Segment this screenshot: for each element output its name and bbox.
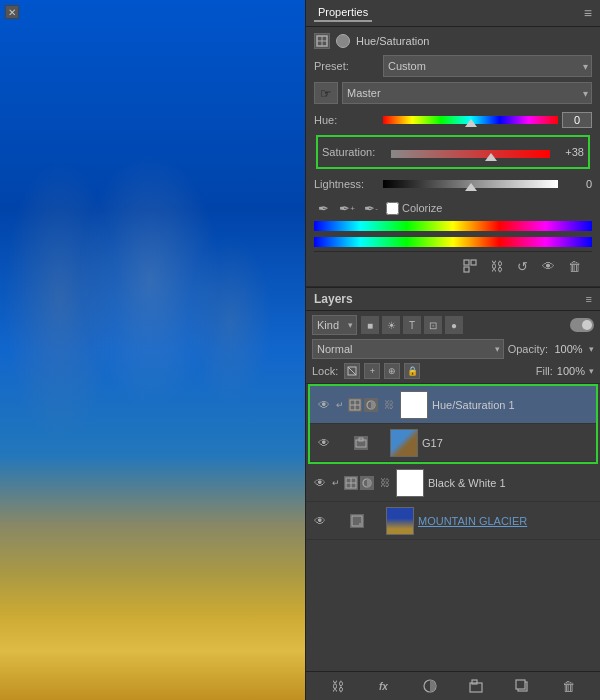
layer-arrow-hue-sat: ↵ [336, 400, 344, 410]
color-bar-bottom [314, 237, 592, 247]
svg-rect-24 [516, 680, 525, 689]
delete-layer-btn[interactable]: 🗑 [559, 676, 579, 696]
blend-mode-select[interactable]: Normal [312, 339, 504, 359]
layers-section: Layers ≡ Kind ■ ☀ T ⊡ ● [306, 287, 600, 700]
adjustment-btn[interactable] [420, 676, 440, 696]
saturation-thumb[interactable] [485, 153, 497, 161]
hue-value-input[interactable] [562, 112, 592, 128]
filter-icon-pixel[interactable]: ■ [361, 316, 379, 334]
lightness-thumb[interactable] [465, 183, 477, 191]
panel-tabs: Properties [314, 4, 372, 22]
layer-icon-adj-bw [344, 476, 358, 490]
lock-artboard-btn[interactable]: ⊕ [384, 363, 400, 379]
eye-icon-mountain[interactable]: 👁 [312, 513, 328, 529]
colorize-row: ✒ ✒+ ✒- Colorize [314, 199, 592, 217]
eyedropper-btn[interactable]: ✒ [314, 199, 332, 217]
filter-icon-text[interactable]: T [403, 316, 421, 334]
fill-arrow[interactable]: ▾ [589, 366, 594, 376]
master-select-wrapper: Master [342, 82, 592, 104]
colorize-checkbox-label[interactable]: Colorize [386, 202, 442, 215]
link-icon-btn[interactable] [460, 256, 480, 276]
lock-image-btn[interactable]: + [364, 363, 380, 379]
layer-icons-g17 [354, 436, 368, 450]
eye-icon-bw[interactable]: 👁 [312, 475, 328, 491]
hue-thumb[interactable] [465, 119, 477, 127]
layer-item-bw[interactable]: 👁 ↵ ⛓ Black & White 1 [306, 464, 600, 502]
filter-icon-adjust[interactable]: ☀ [382, 316, 400, 334]
thumb-hue-sat [400, 391, 428, 419]
eye-icon-hue-sat[interactable]: 👁 [316, 397, 332, 413]
filter-icon-smart[interactable]: ● [445, 316, 463, 334]
svg-rect-3 [464, 260, 469, 265]
lightness-track[interactable] [383, 180, 558, 188]
copy-layer-btn[interactable] [512, 676, 532, 696]
preset-select-wrapper: Custom [383, 55, 592, 77]
layers-toolbar: ⛓ fx 🗑 [306, 671, 600, 700]
layer-name-mountain[interactable]: MOUNTAIN GLACIER [418, 515, 594, 527]
fill-label: Fill: [536, 365, 553, 377]
filter-select-wrapper: Kind [312, 315, 357, 335]
lock-transparent-btn[interactable] [344, 363, 360, 379]
tab-properties[interactable]: Properties [314, 4, 372, 22]
eyedropper-plus-btn[interactable]: ✒+ [338, 199, 356, 217]
preset-select[interactable]: Custom [383, 55, 592, 77]
chain-icon-bw: ⛓ [378, 476, 392, 490]
group-btn[interactable] [466, 676, 486, 696]
filter-icon-shape[interactable]: ⊡ [424, 316, 442, 334]
properties-menu-icon[interactable]: ≡ [584, 5, 592, 21]
trash-icon-btn[interactable]: 🗑 [564, 256, 584, 276]
filter-toggle[interactable] [570, 318, 594, 332]
eye-icon-btn[interactable]: 👁 [538, 256, 558, 276]
layers-menu-icon[interactable]: ≡ [586, 293, 592, 305]
layer-item-mountain[interactable]: 👁 MOUNTAIN GLACIER [306, 502, 600, 540]
saturation-highlighted: Saturation: +38 [316, 135, 590, 169]
hue-slider-row: Hue: [314, 109, 592, 131]
layers-header: Layers ≡ [306, 287, 600, 311]
svg-rect-5 [464, 267, 469, 272]
opacity-row: Opacity: 100% ▾ [508, 343, 594, 355]
eye-icon-g17[interactable]: 👁 [316, 435, 332, 451]
hand-icon[interactable]: ☞ [314, 82, 338, 104]
hue-track[interactable] [383, 116, 558, 124]
master-select[interactable]: Master [342, 82, 592, 104]
saturation-slider-row: Saturation: +38 [322, 141, 584, 163]
chain-icon-btn[interactable]: ⛓ [486, 256, 506, 276]
layer-item-hue-sat[interactable]: 👁 ↵ ⛓ Hue/Saturation 1 [310, 386, 596, 424]
fx-btn[interactable]: fx [373, 676, 393, 696]
layer-item-g17[interactable]: 👁 G17 [310, 424, 596, 462]
svg-rect-19 [359, 523, 363, 527]
chain-icon-hue-sat: ⛓ [382, 398, 396, 412]
close-button[interactable]: ✕ [5, 5, 19, 19]
opacity-value[interactable]: 100% [551, 343, 586, 355]
opacity-arrow[interactable]: ▾ [589, 344, 594, 354]
opacity-label: Opacity: [508, 343, 548, 355]
layer-icon-adj-hue [348, 398, 362, 412]
lightness-slider-container [383, 173, 558, 195]
layer-icon-circle [364, 398, 378, 412]
saturation-slider-container [391, 141, 550, 163]
thumb-bw [396, 469, 424, 497]
circle-icon [336, 34, 350, 48]
saturation-value: +38 [554, 146, 584, 158]
undo-icon-btn[interactable]: ↺ [512, 256, 532, 276]
eyedropper-minus-btn[interactable]: ✒- [362, 199, 380, 217]
prop-toolbar: ⛓ ↺ 👁 🗑 [314, 251, 592, 280]
link-layers-btn[interactable]: ⛓ [327, 676, 347, 696]
properties-section: Hue/Saturation Preset: Custom ☞ Master H… [306, 27, 600, 287]
lightness-value: 0 [562, 178, 592, 190]
layer-name-g17: G17 [422, 437, 590, 449]
lightness-label: Lightness: [314, 178, 379, 190]
mountain-overlay [0, 0, 305, 700]
lock-all-btn[interactable]: 🔒 [404, 363, 420, 379]
layer-icon-smart-mountain [350, 514, 364, 528]
layer-title: Hue/Saturation [356, 35, 429, 47]
layer-type-icon [314, 33, 330, 49]
filter-select[interactable]: Kind [312, 315, 357, 335]
lock-label: Lock: [312, 365, 338, 377]
layer-icon-circle-bw [360, 476, 374, 490]
colorize-checkbox[interactable] [386, 202, 399, 215]
saturation-track[interactable] [391, 150, 550, 158]
saturation-label: Saturation: [322, 146, 387, 158]
lock-fill-row: Lock: + ⊕ 🔒 Fill: 100% ▾ [312, 363, 594, 379]
fill-value[interactable]: 100% [557, 365, 585, 377]
